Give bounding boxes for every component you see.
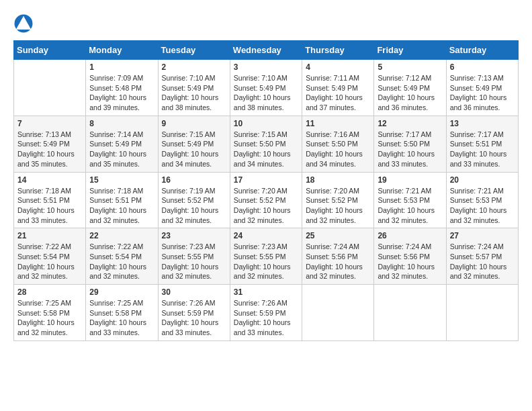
day-number: 19: [378, 175, 442, 185]
day-info: Sunrise: 7:11 AM Sunset: 5:49 PM Dayligh…: [306, 73, 370, 113]
day-cell: 30Sunrise: 7:26 AM Sunset: 5:59 PM Dayli…: [158, 285, 230, 341]
day-info: Sunrise: 7:21 AM Sunset: 5:53 PM Dayligh…: [378, 186, 442, 226]
day-info: Sunrise: 7:15 AM Sunset: 5:49 PM Dayligh…: [162, 130, 226, 169]
header-cell-wednesday: Wednesday: [230, 41, 302, 60]
day-cell: 2Sunrise: 7:10 AM Sunset: 5:49 PM Daylig…: [158, 60, 230, 116]
page-header: [13, 13, 519, 34]
day-number: 13: [450, 119, 515, 128]
week-row-2: 7Sunrise: 7:13 AM Sunset: 5:49 PM Daylig…: [14, 116, 519, 172]
day-info: Sunrise: 7:09 AM Sunset: 5:48 PM Dayligh…: [89, 73, 154, 113]
day-info: Sunrise: 7:17 AM Sunset: 5:50 PM Dayligh…: [378, 130, 442, 169]
day-info: Sunrise: 7:26 AM Sunset: 5:59 PM Dayligh…: [162, 298, 226, 338]
day-info: Sunrise: 7:10 AM Sunset: 5:49 PM Dayligh…: [162, 73, 226, 113]
day-cell: [446, 285, 518, 341]
day-number: 28: [17, 287, 82, 297]
day-number: 23: [162, 231, 226, 240]
day-number: 7: [17, 119, 82, 128]
day-info: Sunrise: 7:18 AM Sunset: 5:51 PM Dayligh…: [17, 186, 82, 226]
day-cell: 1Sunrise: 7:09 AM Sunset: 5:48 PM Daylig…: [86, 60, 158, 116]
day-cell: 13Sunrise: 7:17 AM Sunset: 5:51 PM Dayli…: [446, 116, 518, 172]
day-number: 9: [162, 119, 226, 128]
day-number: 15: [89, 175, 154, 185]
day-info: Sunrise: 7:23 AM Sunset: 5:55 PM Dayligh…: [234, 242, 298, 281]
day-cell: 24Sunrise: 7:23 AM Sunset: 5:55 PM Dayli…: [230, 228, 302, 285]
day-number: 26: [378, 231, 442, 240]
day-number: 6: [450, 62, 515, 72]
day-cell: 7Sunrise: 7:13 AM Sunset: 5:49 PM Daylig…: [14, 116, 86, 172]
day-cell: 6Sunrise: 7:13 AM Sunset: 5:49 PM Daylig…: [446, 60, 518, 116]
day-info: Sunrise: 7:24 AM Sunset: 5:56 PM Dayligh…: [306, 242, 370, 281]
day-cell: 21Sunrise: 7:22 AM Sunset: 5:54 PM Dayli…: [14, 228, 86, 285]
day-cell: [374, 285, 446, 341]
day-cell: 8Sunrise: 7:14 AM Sunset: 5:49 PM Daylig…: [86, 116, 158, 172]
day-info: Sunrise: 7:10 AM Sunset: 5:49 PM Dayligh…: [234, 73, 298, 113]
day-cell: 9Sunrise: 7:15 AM Sunset: 5:49 PM Daylig…: [158, 116, 230, 172]
day-number: 8: [89, 119, 154, 128]
day-cell: [302, 285, 374, 341]
day-info: Sunrise: 7:16 AM Sunset: 5:50 PM Dayligh…: [306, 130, 370, 169]
day-number: 10: [234, 119, 298, 128]
day-number: 14: [17, 175, 82, 185]
day-cell: 22Sunrise: 7:22 AM Sunset: 5:54 PM Dayli…: [86, 228, 158, 285]
day-cell: 12Sunrise: 7:17 AM Sunset: 5:50 PM Dayli…: [374, 116, 446, 172]
day-number: 31: [234, 287, 298, 297]
calendar-header: SundayMondayTuesdayWednesdayThursdayFrid…: [14, 41, 519, 60]
header-row: SundayMondayTuesdayWednesdayThursdayFrid…: [14, 41, 519, 60]
day-number: 16: [162, 175, 226, 185]
week-row-5: 28Sunrise: 7:25 AM Sunset: 5:58 PM Dayli…: [14, 285, 519, 341]
day-number: 2: [162, 62, 226, 72]
day-number: 27: [450, 231, 515, 240]
day-info: Sunrise: 7:21 AM Sunset: 5:53 PM Dayligh…: [450, 186, 515, 226]
day-number: 24: [234, 231, 298, 240]
day-number: 29: [89, 287, 154, 297]
day-cell: [14, 60, 86, 116]
day-cell: 11Sunrise: 7:16 AM Sunset: 5:50 PM Dayli…: [302, 116, 374, 172]
calendar-body: 1Sunrise: 7:09 AM Sunset: 5:48 PM Daylig…: [14, 60, 519, 341]
day-info: Sunrise: 7:22 AM Sunset: 5:54 PM Dayligh…: [89, 242, 154, 281]
header-cell-saturday: Saturday: [446, 41, 518, 60]
day-info: Sunrise: 7:19 AM Sunset: 5:52 PM Dayligh…: [162, 186, 226, 226]
day-cell: 26Sunrise: 7:24 AM Sunset: 5:56 PM Dayli…: [374, 228, 446, 285]
day-cell: 17Sunrise: 7:20 AM Sunset: 5:52 PM Dayli…: [230, 172, 302, 228]
day-number: 1: [89, 62, 154, 72]
day-info: Sunrise: 7:20 AM Sunset: 5:52 PM Dayligh…: [306, 186, 370, 226]
day-number: 22: [89, 231, 154, 240]
day-info: Sunrise: 7:20 AM Sunset: 5:52 PM Dayligh…: [234, 186, 298, 226]
day-info: Sunrise: 7:23 AM Sunset: 5:55 PM Dayligh…: [162, 242, 226, 281]
header-cell-tuesday: Tuesday: [158, 41, 230, 60]
day-info: Sunrise: 7:25 AM Sunset: 5:58 PM Dayligh…: [17, 298, 82, 338]
day-info: Sunrise: 7:24 AM Sunset: 5:57 PM Dayligh…: [450, 242, 515, 281]
calendar-table: SundayMondayTuesdayWednesdayThursdayFrid…: [13, 40, 519, 341]
day-info: Sunrise: 7:13 AM Sunset: 5:49 PM Dayligh…: [450, 73, 515, 113]
day-info: Sunrise: 7:15 AM Sunset: 5:50 PM Dayligh…: [234, 130, 298, 169]
day-info: Sunrise: 7:12 AM Sunset: 5:49 PM Dayligh…: [378, 73, 442, 113]
week-row-1: 1Sunrise: 7:09 AM Sunset: 5:48 PM Daylig…: [14, 60, 519, 116]
header-cell-monday: Monday: [86, 41, 158, 60]
day-info: Sunrise: 7:13 AM Sunset: 5:49 PM Dayligh…: [17, 130, 82, 169]
day-number: 20: [450, 175, 515, 185]
week-row-3: 14Sunrise: 7:18 AM Sunset: 5:51 PM Dayli…: [14, 172, 519, 228]
header-cell-friday: Friday: [374, 41, 446, 60]
day-info: Sunrise: 7:17 AM Sunset: 5:51 PM Dayligh…: [450, 130, 515, 169]
header-cell-sunday: Sunday: [14, 41, 86, 60]
day-info: Sunrise: 7:14 AM Sunset: 5:49 PM Dayligh…: [89, 130, 154, 169]
day-cell: 15Sunrise: 7:18 AM Sunset: 5:51 PM Dayli…: [86, 172, 158, 228]
day-cell: 23Sunrise: 7:23 AM Sunset: 5:55 PM Dayli…: [158, 228, 230, 285]
day-info: Sunrise: 7:18 AM Sunset: 5:51 PM Dayligh…: [89, 186, 154, 226]
day-cell: 18Sunrise: 7:20 AM Sunset: 5:52 PM Dayli…: [302, 172, 374, 228]
day-info: Sunrise: 7:24 AM Sunset: 5:56 PM Dayligh…: [378, 242, 442, 281]
day-info: Sunrise: 7:25 AM Sunset: 5:58 PM Dayligh…: [89, 298, 154, 338]
day-number: 3: [234, 62, 298, 72]
day-cell: 10Sunrise: 7:15 AM Sunset: 5:50 PM Dayli…: [230, 116, 302, 172]
day-number: 17: [234, 175, 298, 185]
day-cell: 28Sunrise: 7:25 AM Sunset: 5:58 PM Dayli…: [14, 285, 86, 341]
day-cell: 16Sunrise: 7:19 AM Sunset: 5:52 PM Dayli…: [158, 172, 230, 228]
day-number: 5: [378, 62, 442, 72]
day-cell: 25Sunrise: 7:24 AM Sunset: 5:56 PM Dayli…: [302, 228, 374, 285]
day-cell: 29Sunrise: 7:25 AM Sunset: 5:58 PM Dayli…: [86, 285, 158, 341]
day-cell: 5Sunrise: 7:12 AM Sunset: 5:49 PM Daylig…: [374, 60, 446, 116]
day-info: Sunrise: 7:22 AM Sunset: 5:54 PM Dayligh…: [17, 242, 82, 281]
day-info: Sunrise: 7:26 AM Sunset: 5:59 PM Dayligh…: [234, 298, 298, 338]
day-number: 11: [306, 119, 370, 128]
day-number: 21: [17, 231, 82, 240]
